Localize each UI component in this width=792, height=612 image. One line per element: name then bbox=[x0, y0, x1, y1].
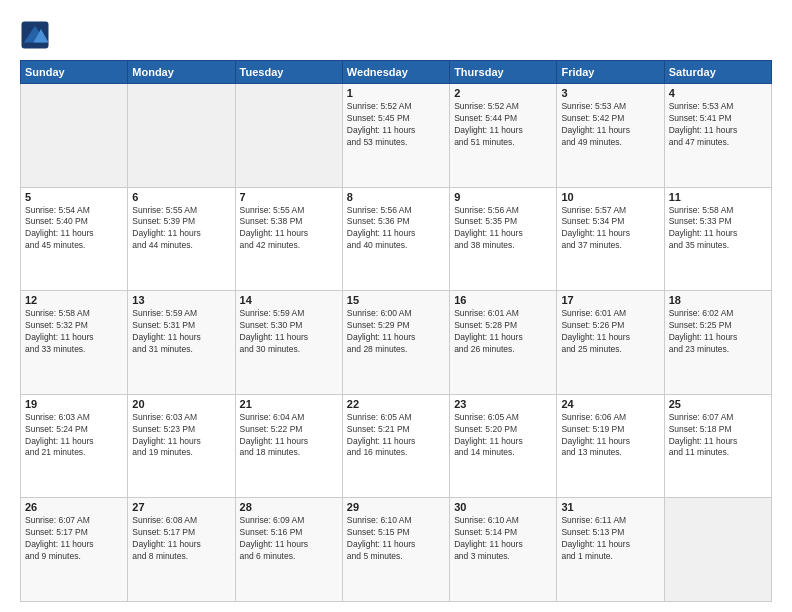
day-info: Sunrise: 5:57 AM Sunset: 5:34 PM Dayligh… bbox=[561, 205, 659, 253]
day-cell: 18Sunrise: 6:02 AM Sunset: 5:25 PM Dayli… bbox=[664, 291, 771, 395]
day-cell: 6Sunrise: 5:55 AM Sunset: 5:39 PM Daylig… bbox=[128, 187, 235, 291]
day-number: 7 bbox=[240, 191, 338, 203]
day-number: 25 bbox=[669, 398, 767, 410]
logo-icon bbox=[20, 20, 50, 50]
col-friday: Friday bbox=[557, 61, 664, 84]
day-number: 15 bbox=[347, 294, 445, 306]
day-number: 28 bbox=[240, 501, 338, 513]
day-cell: 3Sunrise: 5:53 AM Sunset: 5:42 PM Daylig… bbox=[557, 84, 664, 188]
day-cell: 27Sunrise: 6:08 AM Sunset: 5:17 PM Dayli… bbox=[128, 498, 235, 602]
day-cell: 8Sunrise: 5:56 AM Sunset: 5:36 PM Daylig… bbox=[342, 187, 449, 291]
day-info: Sunrise: 6:01 AM Sunset: 5:28 PM Dayligh… bbox=[454, 308, 552, 356]
day-info: Sunrise: 5:59 AM Sunset: 5:31 PM Dayligh… bbox=[132, 308, 230, 356]
day-info: Sunrise: 6:03 AM Sunset: 5:23 PM Dayligh… bbox=[132, 412, 230, 460]
day-info: Sunrise: 5:55 AM Sunset: 5:38 PM Dayligh… bbox=[240, 205, 338, 253]
day-cell: 22Sunrise: 6:05 AM Sunset: 5:21 PM Dayli… bbox=[342, 394, 449, 498]
day-number: 31 bbox=[561, 501, 659, 513]
day-number: 20 bbox=[132, 398, 230, 410]
day-cell: 23Sunrise: 6:05 AM Sunset: 5:20 PM Dayli… bbox=[450, 394, 557, 498]
day-cell bbox=[664, 498, 771, 602]
logo bbox=[20, 20, 54, 50]
week-row-2: 5Sunrise: 5:54 AM Sunset: 5:40 PM Daylig… bbox=[21, 187, 772, 291]
week-row-3: 12Sunrise: 5:58 AM Sunset: 5:32 PM Dayli… bbox=[21, 291, 772, 395]
header bbox=[20, 20, 772, 50]
day-cell: 13Sunrise: 5:59 AM Sunset: 5:31 PM Dayli… bbox=[128, 291, 235, 395]
day-cell: 24Sunrise: 6:06 AM Sunset: 5:19 PM Dayli… bbox=[557, 394, 664, 498]
header-row: Sunday Monday Tuesday Wednesday Thursday… bbox=[21, 61, 772, 84]
page: Sunday Monday Tuesday Wednesday Thursday… bbox=[0, 0, 792, 612]
day-number: 22 bbox=[347, 398, 445, 410]
day-cell: 16Sunrise: 6:01 AM Sunset: 5:28 PM Dayli… bbox=[450, 291, 557, 395]
day-info: Sunrise: 5:52 AM Sunset: 5:45 PM Dayligh… bbox=[347, 101, 445, 149]
day-number: 19 bbox=[25, 398, 123, 410]
day-number: 29 bbox=[347, 501, 445, 513]
day-number: 30 bbox=[454, 501, 552, 513]
day-cell bbox=[21, 84, 128, 188]
col-wednesday: Wednesday bbox=[342, 61, 449, 84]
day-cell: 29Sunrise: 6:10 AM Sunset: 5:15 PM Dayli… bbox=[342, 498, 449, 602]
day-cell: 11Sunrise: 5:58 AM Sunset: 5:33 PM Dayli… bbox=[664, 187, 771, 291]
day-cell: 14Sunrise: 5:59 AM Sunset: 5:30 PM Dayli… bbox=[235, 291, 342, 395]
day-cell: 17Sunrise: 6:01 AM Sunset: 5:26 PM Dayli… bbox=[557, 291, 664, 395]
day-info: Sunrise: 6:09 AM Sunset: 5:16 PM Dayligh… bbox=[240, 515, 338, 563]
day-cell bbox=[235, 84, 342, 188]
day-info: Sunrise: 6:02 AM Sunset: 5:25 PM Dayligh… bbox=[669, 308, 767, 356]
week-row-5: 26Sunrise: 6:07 AM Sunset: 5:17 PM Dayli… bbox=[21, 498, 772, 602]
day-info: Sunrise: 6:03 AM Sunset: 5:24 PM Dayligh… bbox=[25, 412, 123, 460]
day-number: 1 bbox=[347, 87, 445, 99]
day-number: 21 bbox=[240, 398, 338, 410]
day-cell: 7Sunrise: 5:55 AM Sunset: 5:38 PM Daylig… bbox=[235, 187, 342, 291]
calendar-body: 1Sunrise: 5:52 AM Sunset: 5:45 PM Daylig… bbox=[21, 84, 772, 602]
day-number: 5 bbox=[25, 191, 123, 203]
day-number: 26 bbox=[25, 501, 123, 513]
day-cell: 28Sunrise: 6:09 AM Sunset: 5:16 PM Dayli… bbox=[235, 498, 342, 602]
day-cell: 21Sunrise: 6:04 AM Sunset: 5:22 PM Dayli… bbox=[235, 394, 342, 498]
day-number: 14 bbox=[240, 294, 338, 306]
day-info: Sunrise: 6:04 AM Sunset: 5:22 PM Dayligh… bbox=[240, 412, 338, 460]
day-cell: 2Sunrise: 5:52 AM Sunset: 5:44 PM Daylig… bbox=[450, 84, 557, 188]
day-number: 24 bbox=[561, 398, 659, 410]
day-info: Sunrise: 5:58 AM Sunset: 5:32 PM Dayligh… bbox=[25, 308, 123, 356]
day-info: Sunrise: 6:01 AM Sunset: 5:26 PM Dayligh… bbox=[561, 308, 659, 356]
day-number: 3 bbox=[561, 87, 659, 99]
day-cell: 25Sunrise: 6:07 AM Sunset: 5:18 PM Dayli… bbox=[664, 394, 771, 498]
day-info: Sunrise: 5:56 AM Sunset: 5:35 PM Dayligh… bbox=[454, 205, 552, 253]
day-info: Sunrise: 5:53 AM Sunset: 5:41 PM Dayligh… bbox=[669, 101, 767, 149]
day-cell: 10Sunrise: 5:57 AM Sunset: 5:34 PM Dayli… bbox=[557, 187, 664, 291]
day-info: Sunrise: 6:07 AM Sunset: 5:17 PM Dayligh… bbox=[25, 515, 123, 563]
day-cell: 1Sunrise: 5:52 AM Sunset: 5:45 PM Daylig… bbox=[342, 84, 449, 188]
week-row-4: 19Sunrise: 6:03 AM Sunset: 5:24 PM Dayli… bbox=[21, 394, 772, 498]
col-saturday: Saturday bbox=[664, 61, 771, 84]
day-cell: 4Sunrise: 5:53 AM Sunset: 5:41 PM Daylig… bbox=[664, 84, 771, 188]
day-number: 23 bbox=[454, 398, 552, 410]
day-info: Sunrise: 5:58 AM Sunset: 5:33 PM Dayligh… bbox=[669, 205, 767, 253]
day-cell bbox=[128, 84, 235, 188]
day-number: 6 bbox=[132, 191, 230, 203]
day-cell: 5Sunrise: 5:54 AM Sunset: 5:40 PM Daylig… bbox=[21, 187, 128, 291]
day-info: Sunrise: 6:08 AM Sunset: 5:17 PM Dayligh… bbox=[132, 515, 230, 563]
week-row-1: 1Sunrise: 5:52 AM Sunset: 5:45 PM Daylig… bbox=[21, 84, 772, 188]
col-tuesday: Tuesday bbox=[235, 61, 342, 84]
day-info: Sunrise: 6:05 AM Sunset: 5:21 PM Dayligh… bbox=[347, 412, 445, 460]
day-info: Sunrise: 6:06 AM Sunset: 5:19 PM Dayligh… bbox=[561, 412, 659, 460]
day-number: 11 bbox=[669, 191, 767, 203]
day-info: Sunrise: 5:59 AM Sunset: 5:30 PM Dayligh… bbox=[240, 308, 338, 356]
day-number: 10 bbox=[561, 191, 659, 203]
day-cell: 31Sunrise: 6:11 AM Sunset: 5:13 PM Dayli… bbox=[557, 498, 664, 602]
calendar-table: Sunday Monday Tuesday Wednesday Thursday… bbox=[20, 60, 772, 602]
day-number: 13 bbox=[132, 294, 230, 306]
day-number: 12 bbox=[25, 294, 123, 306]
col-monday: Monday bbox=[128, 61, 235, 84]
day-info: Sunrise: 6:10 AM Sunset: 5:15 PM Dayligh… bbox=[347, 515, 445, 563]
day-cell: 26Sunrise: 6:07 AM Sunset: 5:17 PM Dayli… bbox=[21, 498, 128, 602]
day-cell: 20Sunrise: 6:03 AM Sunset: 5:23 PM Dayli… bbox=[128, 394, 235, 498]
day-cell: 19Sunrise: 6:03 AM Sunset: 5:24 PM Dayli… bbox=[21, 394, 128, 498]
day-info: Sunrise: 5:54 AM Sunset: 5:40 PM Dayligh… bbox=[25, 205, 123, 253]
day-cell: 15Sunrise: 6:00 AM Sunset: 5:29 PM Dayli… bbox=[342, 291, 449, 395]
day-number: 2 bbox=[454, 87, 552, 99]
day-info: Sunrise: 6:05 AM Sunset: 5:20 PM Dayligh… bbox=[454, 412, 552, 460]
day-number: 17 bbox=[561, 294, 659, 306]
day-info: Sunrise: 5:56 AM Sunset: 5:36 PM Dayligh… bbox=[347, 205, 445, 253]
calendar-header: Sunday Monday Tuesday Wednesday Thursday… bbox=[21, 61, 772, 84]
day-cell: 12Sunrise: 5:58 AM Sunset: 5:32 PM Dayli… bbox=[21, 291, 128, 395]
